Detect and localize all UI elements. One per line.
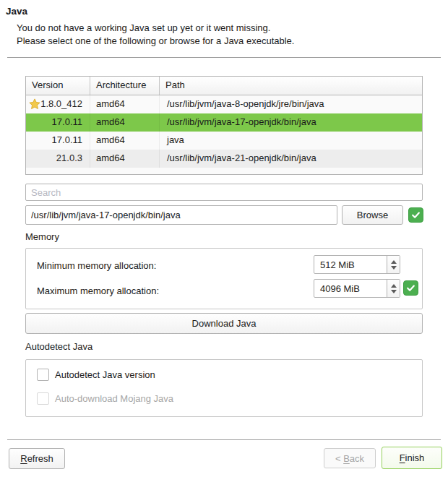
java-version: 21.0.3 bbox=[26, 150, 90, 168]
table-row[interactable]: 21.0.3 amd64 /usr/lib/jvm/java-21-openjd… bbox=[26, 150, 422, 168]
auto-download-mojang-java-checkbox: Auto-download Mojang Java bbox=[37, 392, 173, 405]
column-header-path[interactable]: Path bbox=[160, 77, 422, 95]
min-memory-label: Minimum memory allocation: bbox=[37, 260, 156, 271]
java-version: 1.8.0_412 bbox=[40, 98, 82, 109]
java-version: 17.0.11 bbox=[26, 132, 90, 150]
checkmark-icon bbox=[406, 283, 415, 293]
min-memory-spinbox[interactable]: 512 MiB bbox=[314, 255, 400, 274]
finish-button[interactable]: Finish bbox=[382, 447, 442, 469]
footer-divider bbox=[7, 439, 441, 440]
memory-group: Minimum memory allocation: 512 MiB Maxim… bbox=[25, 248, 423, 309]
java-architecture: amd64 bbox=[90, 113, 160, 132]
java-versions-table: Version Architecture Path 1.8.0_412 amd6… bbox=[25, 76, 423, 175]
java-path: /usr/lib/jvm/java-17-openjdk/bin/java bbox=[160, 113, 422, 132]
table-row[interactable]: 17.0.11 amd64 java bbox=[26, 132, 422, 150]
table-row[interactable]: 1.8.0_412 amd64 /usr/lib/jvm/java-8-open… bbox=[26, 95, 422, 113]
min-memory-value: 512 MiB bbox=[314, 259, 387, 270]
java-version: 17.0.11 bbox=[26, 113, 90, 132]
spin-down-icon[interactable] bbox=[391, 266, 397, 270]
autodetect-java-version-label: Autodetect Java version bbox=[55, 369, 155, 380]
checkbox-unchecked-icon[interactable] bbox=[37, 369, 49, 381]
search-input[interactable] bbox=[25, 184, 423, 201]
page-title: Java bbox=[6, 6, 27, 17]
checkmark-icon bbox=[411, 210, 421, 220]
column-header-version[interactable]: Version bbox=[26, 77, 90, 95]
java-path-input[interactable] bbox=[25, 205, 337, 225]
spin-up-icon[interactable] bbox=[391, 284, 397, 288]
java-path: /usr/lib/jvm/java-21-openjdk/bin/java bbox=[160, 150, 422, 168]
table-row-selected[interactable]: 17.0.11 amd64 /usr/lib/jvm/java-17-openj… bbox=[26, 113, 422, 132]
max-memory-label: Maximum memory allocation: bbox=[37, 285, 159, 296]
browse-button[interactable]: Browse bbox=[342, 205, 403, 225]
java-architecture: amd64 bbox=[90, 132, 160, 150]
java-architecture: amd64 bbox=[90, 150, 160, 168]
table-header: Version Architecture Path bbox=[26, 77, 422, 95]
spin-up-icon[interactable] bbox=[391, 260, 397, 264]
auto-download-mojang-java-label: Auto-download Mojang Java bbox=[55, 393, 173, 404]
max-memory-valid-checkbox[interactable] bbox=[403, 280, 418, 296]
autodetect-group-label: Autodetect Java bbox=[25, 341, 92, 352]
java-path: java bbox=[160, 132, 422, 150]
java-path: /usr/lib/jvm/java-8-openjdk/jre/bin/java bbox=[160, 95, 422, 113]
autodetect-java-version-checkbox[interactable]: Autodetect Java version bbox=[37, 369, 155, 381]
star-icon bbox=[28, 98, 41, 111]
max-memory-spinbox[interactable]: 4096 MiB bbox=[314, 279, 400, 298]
header-divider bbox=[7, 57, 441, 58]
refresh-button[interactable]: Refresh bbox=[9, 448, 65, 469]
memory-group-label: Memory bbox=[25, 231, 59, 242]
checkbox-unchecked-icon bbox=[37, 392, 49, 405]
autodetect-group: Autodetect Java version Auto-download Mo… bbox=[25, 359, 423, 417]
max-memory-value: 4096 MiB bbox=[314, 283, 387, 294]
page-description-line1: You do not have a working Java set up ye… bbox=[17, 22, 270, 33]
back-button: < Back bbox=[324, 448, 376, 468]
download-java-button[interactable]: Download Java bbox=[25, 313, 423, 334]
page-description-line2: Please select one of the following or br… bbox=[17, 35, 294, 46]
java-architecture: amd64 bbox=[90, 95, 160, 113]
java-path-valid-checkbox[interactable] bbox=[408, 207, 423, 223]
column-header-architecture[interactable]: Architecture bbox=[90, 77, 160, 95]
spin-down-icon[interactable] bbox=[391, 290, 397, 293]
